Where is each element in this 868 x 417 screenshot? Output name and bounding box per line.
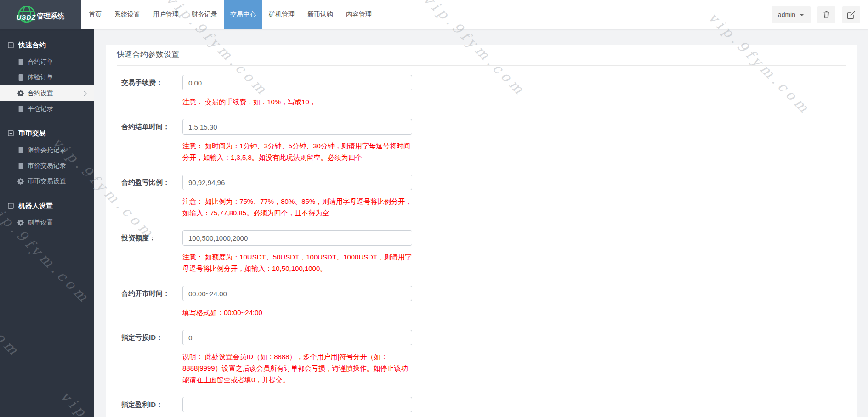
- sidebar: 快速合约 合约订单 体验订单: [0, 29, 94, 417]
- sidebar-section-title[interactable]: 机器人设置: [0, 197, 94, 215]
- sidebar-section-items: 限价委托记录 市价交易记录 币币交易设置: [0, 142, 94, 189]
- trash-icon: [823, 11, 830, 19]
- nav-tab[interactable]: 内容管理: [340, 0, 378, 29]
- sidebar-item[interactable]: 币币交易设置: [0, 174, 94, 189]
- logo-brand-text: USDZ: [17, 14, 36, 21]
- sidebar-section-label: 机器人设置: [18, 202, 53, 210]
- nav-tab-label: 矿机管理: [269, 11, 295, 19]
- field-note: 注意： 如时间为：1分钟、3分钟、5分钟、30分钟，则请用字母逗号将时间分开，如…: [182, 140, 414, 163]
- trash-button[interactable]: [817, 6, 835, 23]
- field-input[interactable]: [182, 175, 412, 190]
- chevron-right-icon: [82, 91, 87, 96]
- field-column: 注意： 交易的手续费，如：10%；写成10；: [182, 75, 414, 107]
- sidebar-item[interactable]: 体验订单: [0, 70, 94, 85]
- form-field-row: 指定亏损ID： 说明： 此处设置会员ID（如：8888），多个用户用|符号分开（…: [117, 330, 846, 385]
- form-field-row: 合约开市时间： 填写格式如：00:00~24:00: [117, 286, 846, 318]
- field-column: 说明： 此处设置会员ID（如：8888），多个用户用|符号分开（如：8888|9…: [182, 330, 414, 385]
- top-header: USDZ 管理系统 首页系统设置用户管理财务记录交易中心矿机管理新币认购内容管理…: [0, 0, 868, 29]
- nav-tab-label: 财务记录: [192, 11, 217, 19]
- admin-label: admin: [778, 11, 795, 18]
- sidebar-item[interactable]: 限价委托记录: [0, 142, 94, 158]
- main-content: 快速合约参数设置 交易手续费： 注意： 交易的手续费，如：10%；写成10； 合…: [94, 29, 868, 417]
- field-input[interactable]: [182, 230, 412, 246]
- gear-icon: [17, 178, 24, 185]
- field-input[interactable]: [182, 397, 412, 412]
- sidebar-item-label: 合约设置: [28, 89, 53, 97]
- sidebar-item-label: 平仓记录: [28, 105, 53, 113]
- document-icon: [17, 74, 24, 81]
- form-field-row: 交易手续费： 注意： 交易的手续费，如：10%；写成10；: [117, 75, 846, 107]
- settings-card: 快速合约参数设置 交易手续费： 注意： 交易的手续费，如：10%；写成10； 合…: [106, 45, 857, 417]
- field-input[interactable]: [182, 286, 412, 301]
- sidebar-section-title[interactable]: 币币交易: [0, 124, 94, 142]
- field-label: 合约盈亏比例：: [121, 175, 182, 219]
- admin-menu-button[interactable]: admin: [772, 6, 811, 23]
- document-icon: [17, 147, 24, 153]
- sidebar-section: 币币交易 限价委托记录 市价交易记录: [0, 124, 94, 189]
- sidebar-item[interactable]: 平仓记录: [0, 101, 94, 117]
- field-note: 填写格式如：00:00~24:00: [182, 307, 414, 318]
- nav-tab[interactable]: 系统设置: [108, 0, 147, 29]
- field-input[interactable]: [182, 119, 412, 135]
- nav-tab-label: 内容管理: [346, 11, 372, 19]
- sidebar-item-label: 限价委托记录: [28, 146, 66, 154]
- sidebar-section: 机器人设置 刷单设置: [0, 197, 94, 231]
- sidebar-item-label: 市价交易记录: [28, 162, 66, 170]
- field-input[interactable]: [182, 75, 412, 90]
- logo-title-text: 管理系统: [37, 12, 64, 21]
- header-actions: admin: [772, 0, 860, 29]
- nav-tab[interactable]: 矿机管理: [262, 0, 301, 29]
- sidebar-item[interactable]: 刷单设置: [0, 215, 94, 231]
- field-note: 注意： 如额度为：10USDT、50USDT，100USDT、1000USDT，…: [182, 251, 414, 274]
- field-label: 指定盈利ID：: [121, 397, 182, 417]
- sidebar-section: 快速合约 合约订单 体验订单: [0, 36, 94, 117]
- page-title: 快速合约参数设置: [117, 49, 846, 60]
- nav-tab[interactable]: 用户管理: [147, 0, 185, 29]
- document-icon: [17, 163, 24, 169]
- caret-down-icon: [800, 14, 804, 16]
- field-note: 注意： 如比例为：75%、77%，80%、85%，则请用字母逗号将比例分开，如输…: [182, 196, 414, 219]
- field-label: 合约结单时间：: [121, 119, 182, 163]
- field-input[interactable]: [182, 330, 412, 345]
- field-label: 合约开市时间：: [121, 286, 182, 318]
- form-field-row: 合约盈亏比例： 注意： 如比例为：75%、77%，80%、85%，则请用字母逗号…: [117, 175, 846, 219]
- logout-button[interactable]: [842, 6, 860, 23]
- field-column: 注意： 如时间为：1分钟、3分钟、5分钟、30分钟，则请用字母逗号将时间分开，如…: [182, 119, 414, 163]
- sidebar-item-label: 刷单设置: [28, 219, 53, 227]
- minus-square-icon: [8, 42, 14, 48]
- field-label: 投资额度：: [121, 230, 182, 274]
- field-note: 说明： 此处设置会员ID（如：8888），多个用户用|符号分开（如：8888|9…: [182, 351, 414, 385]
- nav-tab[interactable]: 新币认购: [301, 0, 340, 29]
- nav-tab[interactable]: 首页: [82, 0, 108, 29]
- sidebar-section-items: 刷单设置: [0, 215, 94, 231]
- sidebar-section-label: 币币交易: [18, 129, 46, 138]
- nav-tab-label: 新币认购: [307, 11, 333, 19]
- minus-square-icon: [8, 203, 14, 209]
- nav-tab-label: 用户管理: [153, 11, 179, 19]
- form-field-row: 投资额度： 注意： 如额度为：10USDT、50USDT，100USDT、100…: [117, 230, 846, 274]
- field-label: 指定亏损ID：: [121, 330, 182, 385]
- gear-icon: [17, 90, 24, 96]
- app-logo: USDZ 管理系统: [0, 0, 81, 29]
- document-icon: [17, 59, 24, 65]
- sidebar-item[interactable]: 市价交易记录: [0, 158, 94, 174]
- minus-square-icon: [8, 130, 14, 136]
- gear-icon: [17, 220, 24, 226]
- sidebar-section-label: 快速合约: [18, 41, 46, 50]
- form-field-row: 指定盈利ID： 说明： 此处设置会员ID（如：8888），多个用户用|符号分开（…: [117, 397, 846, 417]
- sidebar-item[interactable]: 合约设置: [0, 85, 94, 101]
- field-label: 交易手续费：: [121, 75, 182, 107]
- nav-tab-label: 交易中心: [230, 11, 256, 19]
- field-column: 说明： 此处设置会员ID（如：8888），多个用户用|符号分开（如：8888|9…: [182, 397, 414, 417]
- sidebar-section-items: 合约订单 体验订单 合约设置: [0, 54, 94, 117]
- sidebar-section-title[interactable]: 快速合约: [0, 36, 94, 54]
- nav-tab-label: 首页: [89, 11, 102, 19]
- field-column: 填写格式如：00:00~24:00: [182, 286, 414, 318]
- nav-tab[interactable]: 财务记录: [185, 0, 224, 29]
- sidebar-item[interactable]: 合约订单: [0, 54, 94, 70]
- sidebar-item-label: 币币交易设置: [28, 177, 66, 186]
- field-column: 注意： 如比例为：75%、77%，80%、85%，则请用字母逗号将比例分开，如输…: [182, 175, 414, 219]
- top-nav: 首页系统设置用户管理财务记录交易中心矿机管理新币认购内容管理: [82, 0, 378, 29]
- nav-tab-label: 系统设置: [114, 11, 140, 19]
- nav-tab[interactable]: 交易中心: [224, 0, 262, 29]
